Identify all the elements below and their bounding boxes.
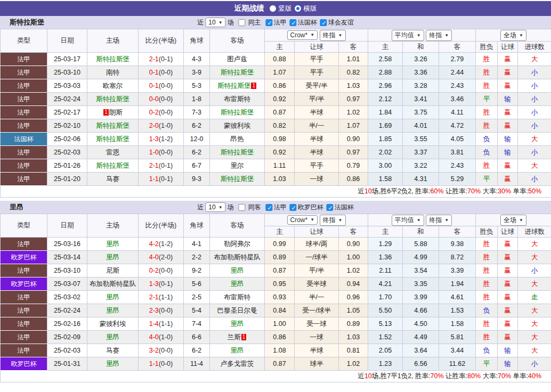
score-cell: 1-3(1-2) — [139, 133, 184, 146]
home-team[interactable]: 欧塞尔 — [87, 79, 139, 93]
full-time-score: 2-0 — [149, 122, 159, 129]
chevron-down-icon: ▼ — [519, 218, 523, 223]
away-team[interactable]: 斯特拉斯堡1 — [210, 79, 265, 93]
period-select[interactable]: 全场▼ — [500, 30, 526, 41]
match-row: 法甲 25-01-20 马赛 1-1(0-1) 9-3 斯特拉斯堡 1.03 一… — [1, 173, 551, 186]
home-team[interactable]: 雷恩 — [87, 146, 139, 159]
away-team[interactable]: 巴黎圣日尔曼 — [210, 304, 265, 317]
goals-result: 小 — [518, 66, 551, 79]
away-team-name: 斯特拉斯堡 — [221, 175, 254, 183]
full-time-score: 1-0 — [149, 149, 159, 156]
away-team[interactable]: 里尔 — [210, 159, 265, 173]
same-venue-label: 同客 — [248, 203, 261, 212]
odds-stage-select[interactable]: 终指▼ — [320, 215, 346, 226]
summary-part: 单率: — [511, 187, 528, 195]
away-team[interactable]: 昂热 — [210, 133, 265, 146]
home-team[interactable]: 斯特拉斯堡 — [87, 133, 139, 146]
handicap-home-odds: 0.87 — [265, 106, 295, 119]
away-team[interactable]: 布加勒斯特星队 — [210, 251, 265, 264]
odds-source-select[interactable]: Crow*▼ — [287, 215, 318, 225]
away-team[interactable]: 里昂 — [210, 317, 265, 331]
match-type: 法甲 — [1, 317, 47, 331]
home-team[interactable]: 蒙彼利埃 — [87, 317, 139, 331]
away-team[interactable]: 兰斯1 — [210, 331, 265, 344]
odds-source-value: Crow* — [290, 31, 308, 39]
same-venue-checkbox[interactable] — [239, 204, 246, 211]
half-time-score: (0-0) — [159, 95, 173, 103]
same-venue-checkbox[interactable] — [239, 19, 246, 26]
home-team[interactable]: 里昂 — [87, 331, 139, 344]
home-team[interactable]: 马赛 — [87, 344, 139, 357]
europe-source-value: 平均值 — [395, 31, 414, 40]
home-team[interactable]: 里昂 — [87, 251, 139, 264]
away-team[interactable]: 卢多戈雷茨 — [210, 357, 265, 371]
goals-result: 大 — [518, 133, 551, 146]
away-team[interactable]: 布雷斯特 — [210, 291, 265, 304]
home-team-name: 布加勒斯特星队 — [90, 280, 136, 288]
europe-source-select[interactable]: 平均值▼ — [392, 30, 424, 41]
odds-stage-select[interactable]: 终指▼ — [320, 30, 346, 41]
away-team[interactable]: 斯特拉斯堡 — [210, 146, 265, 159]
summary-part: 80% — [467, 372, 481, 380]
away-team[interactable]: 勒阿弗尔 — [210, 238, 265, 251]
competition-checkbox[interactable] — [266, 204, 273, 211]
vertical-layout-radio[interactable] — [270, 5, 276, 12]
home-team[interactable]: 斯特拉斯堡 — [87, 93, 139, 106]
match-date: 25-02-09 — [47, 331, 87, 344]
away-team[interactable]: 布雷斯特 — [210, 93, 265, 106]
match-count-select[interactable]: 10▼ — [205, 202, 225, 212]
away-team[interactable]: 斯特拉斯堡 — [210, 173, 265, 186]
home-team[interactable]: 里昂 — [87, 357, 139, 371]
away-team[interactable]: 里昂 — [210, 264, 265, 277]
score-cell: 0-1(0-0) — [139, 79, 184, 93]
away-team[interactable]: 斯特拉斯堡 — [210, 66, 265, 79]
score-cell: 2-3(0-0) — [139, 304, 184, 317]
home-team[interactable]: 尼斯 — [87, 264, 139, 277]
odds-source-select[interactable]: Crow*▼ — [287, 30, 318, 40]
score-cell: 2-1(0-1) — [139, 53, 184, 66]
handicap-result: 赢 — [498, 66, 518, 79]
corner-count: 5-3 — [184, 79, 210, 93]
competition-checkbox[interactable] — [320, 19, 327, 26]
home-team[interactable]: 马赛 — [87, 173, 139, 186]
handicap-result: 赢 — [498, 264, 518, 277]
away-team[interactable]: 蒙彼利埃 — [210, 119, 265, 133]
home-team[interactable]: 里昂 — [87, 304, 139, 317]
matches-label: 场 — [228, 18, 234, 27]
sub-header-avg-home: 主 — [368, 226, 403, 238]
away-team[interactable]: 斯特拉斯堡 — [210, 106, 265, 119]
half-time-score: (0-1) — [159, 175, 173, 183]
competition-label: 法国杯 — [335, 203, 354, 212]
full-time-score: 2-1 — [149, 162, 159, 169]
handicap-away-odds: 0.90 — [339, 238, 368, 251]
home-team[interactable]: 1朗斯 — [87, 106, 139, 119]
away-team[interactable]: 里昂 — [210, 344, 265, 357]
winloss-result: 负 — [476, 133, 498, 146]
away-team[interactable]: 里昂 — [210, 277, 265, 291]
handicap-result: 赢 — [498, 251, 518, 264]
europe-source-select[interactable]: 平均值▼ — [392, 215, 424, 226]
competition-checkbox[interactable] — [327, 204, 334, 211]
winloss-result: 胜 — [476, 119, 498, 133]
home-team[interactable]: 斯特拉斯堡 — [87, 53, 139, 66]
handicap-away-odds: 0.82 — [339, 66, 368, 79]
handicap-result: 赢 — [498, 79, 518, 93]
competition-checkbox[interactable] — [290, 204, 297, 211]
home-team[interactable]: 布加勒斯特星队 — [87, 277, 139, 291]
europe-stage-select[interactable]: 终指▼ — [426, 30, 452, 41]
competition-checkbox[interactable] — [290, 19, 297, 26]
match-date: 25-01-20 — [47, 173, 87, 186]
away-team[interactable]: 图卢兹 — [210, 53, 265, 66]
europe-stage-select[interactable]: 终指▼ — [426, 215, 452, 226]
home-team[interactable]: 里昂 — [87, 238, 139, 251]
corner-count: 3-9 — [184, 66, 210, 79]
home-team[interactable]: 斯特拉斯堡 — [87, 119, 139, 133]
home-team[interactable]: 南特 — [87, 66, 139, 79]
match-count-select[interactable]: 10▼ — [205, 18, 225, 27]
horizontal-layout-radio[interactable] — [295, 5, 301, 12]
competition-checkbox[interactable] — [266, 19, 273, 26]
period-select[interactable]: 全场▼ — [500, 215, 526, 226]
avg-away-odds: 4.61 — [439, 291, 476, 304]
home-team[interactable]: 里昂 — [87, 291, 139, 304]
home-team[interactable]: 斯特拉斯堡 — [87, 159, 139, 173]
